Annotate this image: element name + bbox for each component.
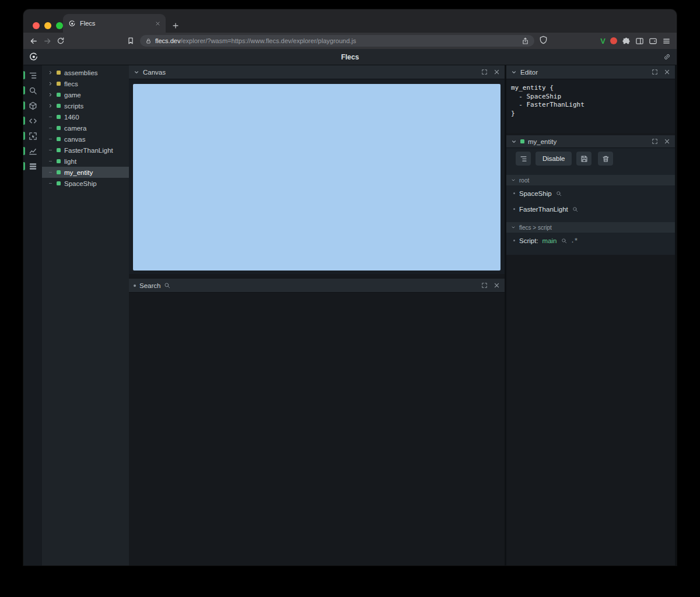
active-indicator [23, 147, 25, 155]
link-icon[interactable] [663, 53, 671, 61]
reload-icon[interactable] [55, 36, 66, 46]
share-icon[interactable] [522, 37, 529, 45]
lock-icon[interactable] [145, 38, 152, 44]
tree-item[interactable]: flecs [42, 78, 129, 89]
save-button[interactable] [576, 152, 592, 166]
search-icon[interactable] [572, 206, 578, 212]
section-header-root[interactable]: root [506, 175, 675, 185]
tab-title: Flecs [80, 20, 151, 27]
browser-tab[interactable]: Flecs [63, 14, 166, 33]
tree-item[interactable]: 1460 [42, 111, 129, 122]
tool-sidebar [23, 65, 42, 566]
tree-item[interactable]: camera [42, 122, 129, 134]
tab-close-icon[interactable] [155, 21, 160, 26]
sidebar-item-statistics[interactable] [23, 143, 42, 159]
tree-item[interactable]: SpaceShip [42, 178, 129, 189]
entity-color-swatch [520, 139, 524, 143]
sidebar-item-query-search[interactable] [23, 83, 42, 98]
new-tab-button[interactable] [172, 22, 180, 30]
right-column: Editor my_entity { - SpaceShip - FasterT… [506, 65, 675, 566]
bullet-icon [513, 192, 515, 194]
expand-icon[interactable] [481, 282, 488, 289]
tree-item-label: SpaceShip [64, 180, 97, 187]
tree-item[interactable]: scripts [42, 100, 129, 111]
window-close-button[interactable] [33, 22, 40, 29]
close-icon[interactable] [664, 69, 670, 75]
delete-button[interactable] [598, 152, 613, 166]
violentmonkey-icon[interactable]: V [600, 37, 606, 45]
component-name: Script: [519, 237, 538, 244]
save-icon [580, 155, 588, 163]
disable-button[interactable]: Disable [536, 152, 572, 166]
tree-item[interactable]: game [42, 89, 129, 100]
entity-color-swatch [57, 71, 61, 75]
active-indicator [23, 132, 25, 140]
chevron-down-icon[interactable] [511, 139, 517, 145]
back-icon[interactable] [28, 36, 38, 46]
tree-item-label: 1460 [64, 114, 79, 121]
tree-item-label: flecs [64, 80, 78, 87]
tree-item[interactable]: assemblies [42, 67, 129, 78]
statistics-icon [29, 147, 37, 156]
tree-item[interactable]: FasterThanLight [42, 145, 129, 156]
extensions-icon[interactable] [622, 37, 631, 45]
forward-icon[interactable] [42, 36, 52, 46]
menu-icon[interactable] [662, 37, 671, 45]
section-header-flecs-script[interactable]: flecs > script [506, 222, 675, 233]
chevron-right-icon[interactable] [47, 92, 53, 97]
tree-item-selected[interactable]: my_entity [42, 167, 129, 178]
search-icon[interactable] [561, 238, 567, 244]
window-controls [33, 22, 63, 29]
chevron-down-icon[interactable] [134, 69, 139, 75]
tree-item-label: scripts [64, 103, 83, 110]
extension-dot-icon[interactable] [610, 37, 617, 44]
tree-item[interactable]: light [42, 156, 129, 167]
active-indicator [23, 86, 25, 94]
wallet-icon[interactable] [649, 37, 657, 45]
sidebar-item-tables[interactable] [23, 159, 42, 174]
leaf-marker [47, 161, 53, 161]
expand-icon[interactable] [652, 69, 658, 75]
panel-dot-icon [134, 285, 136, 287]
sidebar-toggle-icon[interactable] [635, 37, 644, 45]
active-indicator [23, 117, 25, 125]
tree-toggle-button[interactable] [516, 152, 531, 166]
script-suffix-icon[interactable]: .* [571, 237, 578, 244]
inspector-icon [29, 132, 37, 141]
close-icon[interactable] [664, 138, 670, 145]
sidebar-item-code-editor[interactable] [23, 113, 42, 128]
tree-item-label: light [64, 158, 76, 165]
flecs-explorer-app: Flecs assemblies flecs [23, 49, 677, 566]
component-row: SpaceShip [506, 185, 675, 201]
script-editor[interactable]: my_entity { - SpaceShip - FasterThanLigh… [506, 79, 675, 133]
shield-icon[interactable] [539, 36, 548, 44]
flecs-favicon-icon [68, 20, 76, 27]
address-bar[interactable]: flecs.dev/explorer/?wasm=https://www.fle… [140, 35, 534, 47]
close-icon[interactable] [494, 282, 500, 289]
chevron-right-icon[interactable] [47, 70, 53, 75]
search-icon[interactable] [556, 191, 562, 196]
close-icon[interactable] [494, 69, 500, 75]
chevron-right-icon[interactable] [47, 81, 53, 86]
sidebar-item-inspector[interactable] [23, 128, 42, 143]
sidebar-item-entities[interactable] [23, 98, 42, 113]
tree-item-label: my_entity [64, 169, 93, 176]
chevron-right-icon[interactable] [47, 103, 53, 108]
browser-toolbar: flecs.dev/explorer/?wasm=https://www.fle… [23, 33, 677, 49]
entity-tree-panel: assemblies flecs game scripts 1460 camer… [42, 65, 129, 566]
render-canvas[interactable] [133, 84, 501, 271]
expand-icon[interactable] [481, 69, 488, 75]
chevron-down-icon[interactable] [511, 69, 517, 75]
tree-item-label: canvas [64, 136, 85, 143]
entity-color-swatch [57, 115, 61, 119]
sidebar-item-tree-view[interactable] [23, 68, 42, 83]
search-icon[interactable] [164, 282, 170, 289]
window-zoom-button[interactable] [56, 22, 63, 29]
window-minimize-button[interactable] [44, 22, 51, 29]
bookmark-icon[interactable] [125, 36, 136, 46]
expand-icon[interactable] [652, 138, 658, 145]
active-indicator [23, 162, 25, 170]
inspector-panel-header: my_entity [506, 135, 675, 148]
tree-item-label: camera [64, 125, 86, 132]
tree-item[interactable]: canvas [42, 134, 129, 145]
